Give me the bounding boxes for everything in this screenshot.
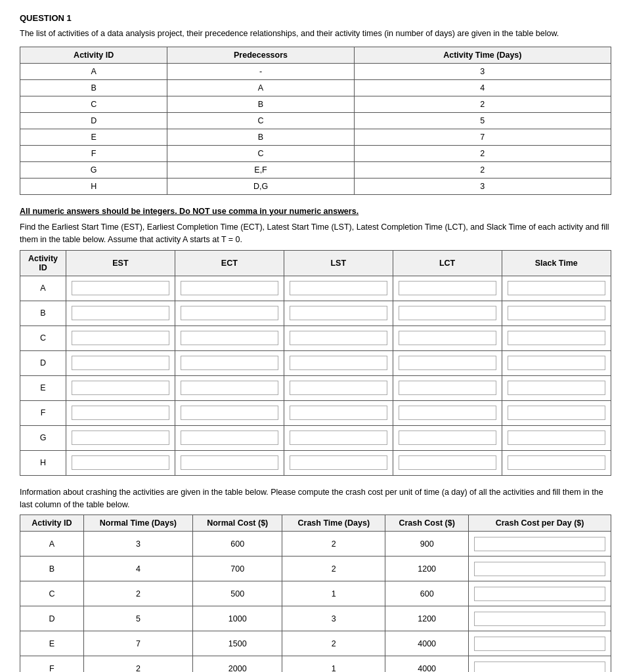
est-input-e[interactable] (72, 381, 169, 395)
ect-cell[interactable] (175, 326, 284, 350)
col-header-act-id2: Activity ID (20, 250, 66, 276)
ect-cell[interactable] (175, 375, 284, 400)
ect-cell[interactable] (175, 276, 284, 301)
slack-cell[interactable] (502, 350, 611, 375)
lst-input-d[interactable] (290, 356, 387, 370)
slack-input-g[interactable] (508, 430, 606, 445)
est-cell[interactable] (66, 350, 175, 375)
col-header-crash-cost: Crash Cost ($) (385, 515, 469, 532)
col-header-lst: LST (284, 250, 393, 276)
ect-input-e[interactable] (181, 381, 278, 395)
est-cell[interactable] (66, 425, 175, 450)
table-row: G (20, 161, 167, 178)
ect-input-h[interactable] (181, 455, 278, 470)
slack-cell[interactable] (502, 400, 611, 425)
ect-input-a[interactable] (181, 281, 278, 295)
est-cell[interactable] (66, 301, 175, 326)
section3-text: Information about crashing the activitie… (20, 486, 611, 511)
lct-input-h[interactable] (399, 455, 496, 470)
lst-cell[interactable] (284, 276, 393, 301)
ect-cell[interactable] (175, 425, 284, 450)
crash-cost-per-day-cell[interactable] (469, 606, 611, 631)
est-input-c[interactable] (72, 331, 169, 345)
lst-input-e[interactable] (290, 381, 387, 395)
lct-input-a[interactable] (399, 281, 496, 295)
crash-cost-per-day-cell[interactable] (469, 532, 611, 556)
lst-cell[interactable] (284, 326, 393, 350)
crash-cost-per-day-input-b[interactable] (474, 562, 605, 576)
lct-cell[interactable] (393, 276, 502, 301)
slack-cell[interactable] (502, 450, 611, 475)
slack-input-h[interactable] (508, 455, 606, 470)
lst-input-f[interactable] (290, 406, 387, 420)
crash-cost-per-day-input-c[interactable] (474, 587, 605, 601)
est-cell[interactable] (66, 276, 175, 301)
lst-cell[interactable] (284, 375, 393, 400)
lst-input-b[interactable] (290, 306, 387, 320)
slack-cell[interactable] (502, 375, 611, 400)
est-cell[interactable] (66, 326, 175, 350)
ect-input-c[interactable] (181, 331, 278, 345)
crash-cost-per-day-input-d[interactable] (474, 612, 605, 626)
slack-cell[interactable] (502, 301, 611, 326)
lst-input-h[interactable] (290, 455, 387, 470)
lct-cell[interactable] (393, 326, 502, 350)
table-cell: 1 (282, 656, 385, 672)
lct-input-e[interactable] (399, 381, 496, 395)
slack-cell[interactable] (502, 326, 611, 350)
lct-cell[interactable] (393, 375, 502, 400)
slack-input-c[interactable] (508, 331, 606, 345)
crash-cost-per-day-input-e[interactable] (474, 637, 605, 651)
lct-cell[interactable] (393, 425, 502, 450)
est-cell[interactable] (66, 375, 175, 400)
ect-cell[interactable] (175, 400, 284, 425)
lct-input-c[interactable] (399, 331, 496, 345)
crash-cost-per-day-cell[interactable] (469, 581, 611, 606)
est-input-f[interactable] (72, 406, 169, 420)
est-cell[interactable] (66, 450, 175, 475)
lct-cell[interactable] (393, 301, 502, 326)
est-input-a[interactable] (72, 281, 169, 295)
ect-cell[interactable] (175, 450, 284, 475)
slack-input-f[interactable] (508, 406, 606, 420)
crash-cost-per-day-cell[interactable] (469, 556, 611, 581)
slack-cell[interactable] (502, 425, 611, 450)
table-cell: 4000 (385, 631, 469, 656)
slack-input-b[interactable] (508, 306, 606, 320)
est-input-d[interactable] (72, 356, 169, 370)
lst-cell[interactable] (284, 400, 393, 425)
slack-input-d[interactable] (508, 356, 606, 370)
crash-cost-per-day-cell[interactable] (469, 631, 611, 656)
ect-input-f[interactable] (181, 406, 278, 420)
lst-cell[interactable] (284, 301, 393, 326)
ect-input-d[interactable] (181, 356, 278, 370)
crash-cost-per-day-input-a[interactable] (474, 537, 605, 551)
est-input-h[interactable] (72, 455, 169, 470)
est-input-g[interactable] (72, 430, 169, 445)
lct-input-g[interactable] (399, 430, 496, 445)
lct-cell[interactable] (393, 350, 502, 375)
crash-cost-per-day-cell[interactable] (469, 656, 611, 672)
lct-input-b[interactable] (399, 306, 496, 320)
lst-cell[interactable] (284, 450, 393, 475)
slack-input-a[interactable] (508, 281, 606, 295)
table-row: F (20, 145, 167, 161)
est-cell[interactable] (66, 400, 175, 425)
slack-input-e[interactable] (508, 381, 606, 395)
lst-input-a[interactable] (290, 281, 387, 295)
slack-cell[interactable] (502, 276, 611, 301)
lst-cell[interactable] (284, 425, 393, 450)
est-input-b[interactable] (72, 306, 169, 320)
ect-input-b[interactable] (181, 306, 278, 320)
lst-input-c[interactable] (290, 331, 387, 345)
lct-input-d[interactable] (399, 356, 496, 370)
ect-input-g[interactable] (181, 430, 278, 445)
lct-cell[interactable] (393, 400, 502, 425)
crash-cost-per-day-input-f[interactable] (474, 662, 605, 672)
lst-cell[interactable] (284, 350, 393, 375)
lct-cell[interactable] (393, 450, 502, 475)
lct-input-f[interactable] (399, 406, 496, 420)
ect-cell[interactable] (175, 350, 284, 375)
ect-cell[interactable] (175, 301, 284, 326)
lst-input-g[interactable] (290, 430, 387, 445)
